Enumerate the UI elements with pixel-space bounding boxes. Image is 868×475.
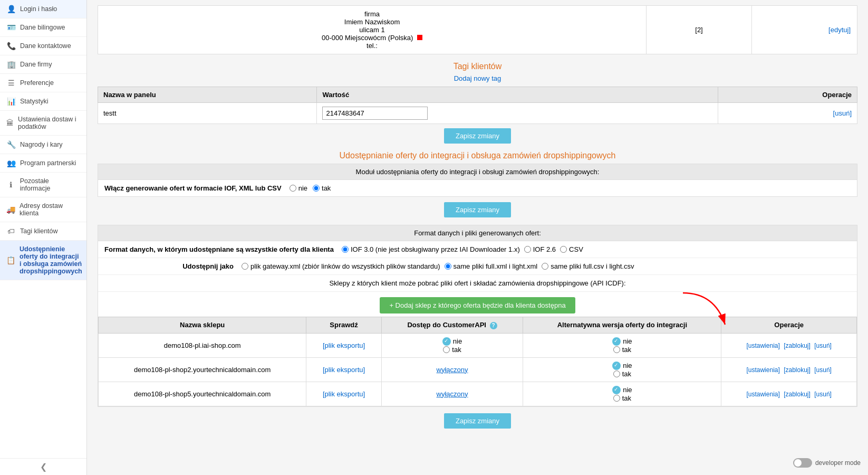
shop-th-check: Sprawdź xyxy=(306,317,381,334)
shop-access-nie-1[interactable]: nie xyxy=(387,337,518,346)
radio-nie-input[interactable] xyxy=(290,185,296,192)
radio-tak-text: tak xyxy=(322,184,331,192)
shop-th-access: Dostęp do CustomerAPI ? xyxy=(381,317,523,334)
tags-save-button[interactable]: Zapisz zmiany xyxy=(444,128,511,144)
shop-alt-tak-input-2[interactable] xyxy=(613,370,620,377)
shop-alt-nie-1[interactable]: nie xyxy=(528,337,716,346)
shop-alt-tak-2[interactable]: tak xyxy=(528,370,716,378)
address-col3: [edytuj] xyxy=(752,6,857,54)
radio-nie-label[interactable]: nie xyxy=(290,184,307,192)
add-shop-row: + Dodaj sklep z którego oferta będzie dl… xyxy=(98,292,857,317)
check-circle-alt-icon-1 xyxy=(612,337,621,346)
shop-block-link-2[interactable]: [zablokuj] xyxy=(784,366,811,374)
shop-access-tak-input-1[interactable] xyxy=(443,346,450,353)
radio-gateway-input[interactable] xyxy=(242,263,248,270)
sidebar-item-login[interactable]: 👤 Login i hasło xyxy=(0,0,86,18)
shop-delete-link-2[interactable]: [usuń] xyxy=(814,366,832,374)
format-data-label: Format danych, w którym udostępniane są … xyxy=(104,245,342,253)
radio-fullcsv-input[interactable] xyxy=(542,263,548,270)
shop-settings-link-2[interactable]: [ustawienia] xyxy=(746,366,779,374)
radio-fullxml-text: same pliki full.xml i light.xml xyxy=(454,262,538,270)
sidebar-item-preferences[interactable]: ☰ Preferencje xyxy=(0,74,86,92)
add-tag-link[interactable]: Dodaj nowy tag xyxy=(454,74,501,82)
sidebar-item-rewards[interactable]: 🔧 Nagrody i kary xyxy=(0,136,86,154)
radio-fullcsv-label[interactable]: same pliki full.csv i light.csv xyxy=(542,262,634,270)
radio-csv-label[interactable]: CSV xyxy=(560,245,583,253)
radio-gateway-label[interactable]: plik gateway.xml (zbiór linków do wszyst… xyxy=(242,262,440,270)
sidebar-item-stats[interactable]: 📊 Statystyki xyxy=(0,92,86,111)
radio-iof26-label[interactable]: IOF 2.6 xyxy=(524,245,556,253)
tag-ops-cell: [usuń] xyxy=(718,103,857,124)
shop-alt-tak-input-1[interactable] xyxy=(613,346,620,353)
radio-csv-input[interactable] xyxy=(560,246,567,253)
billing-icon: 🪪 xyxy=(6,23,16,32)
radio-csv-text: CSV xyxy=(569,245,583,253)
tag-value-input[interactable] xyxy=(322,107,428,120)
radio-iof30-input[interactable] xyxy=(342,246,349,253)
shop-alt-tak-input-3[interactable] xyxy=(613,395,620,402)
sidebar-item-label: Pozostałe informacje xyxy=(20,177,80,192)
tag-name-cell: testt xyxy=(98,103,317,124)
rewards-icon: 🔧 xyxy=(6,140,16,149)
sidebar-item-label: Dane firmy xyxy=(20,61,52,68)
radio-iof30-label[interactable]: IOF 3.0 (nie jest obsługiwany przez IAI … xyxy=(342,245,520,253)
sidebar-item-dropship[interactable]: 📋 Udostępnienie oferty do integracji i o… xyxy=(0,241,86,280)
shop-wylaczony-link-3[interactable]: wyłączony xyxy=(437,390,468,398)
shop-alt-tak-3[interactable]: tak xyxy=(528,394,716,402)
sidebar-item-other[interactable]: ℹ Pozostałe informacje xyxy=(0,173,86,197)
user-icon: 👤 xyxy=(6,5,16,13)
shop-plik-link-1[interactable]: [plik eksportu] xyxy=(323,341,365,349)
format-save-button[interactable]: Zapisz zmiany xyxy=(444,413,511,429)
developer-mode-toggle[interactable] xyxy=(793,458,812,468)
sidebar-item-label: Program partnerski xyxy=(20,159,76,167)
dropship-section-title: Udostępnianie oferty do integracji i obs… xyxy=(98,151,857,160)
shop-delete-link-1[interactable]: [usuń] xyxy=(814,342,832,349)
sidebar-item-label: Tagi klientów xyxy=(20,227,58,235)
shop-settings-link-3[interactable]: [ustawienia] xyxy=(746,391,779,398)
tags-th-value: Wartość xyxy=(317,87,718,103)
tags-section-title: Tagi klientów xyxy=(98,62,857,71)
shop-name-3: demo108-pl-shop5.yourtechnicaldomain.com xyxy=(99,382,306,406)
shop-settings-link-1[interactable]: [ustawienia] xyxy=(746,342,779,349)
module-generate-row: Włącz generowanie ofert w formacie IOF, … xyxy=(98,180,857,196)
shop-alt-nie-2[interactable]: nie xyxy=(528,362,716,370)
sidebar-item-label: Adresy dostaw klienta xyxy=(20,202,80,217)
add-shop-button[interactable]: + Dodaj sklep z którego oferta będzie dl… xyxy=(380,297,575,314)
shop-access-tak-1[interactable]: tak xyxy=(387,346,518,354)
sidebar-item-partner[interactable]: 👥 Program partnerski xyxy=(0,154,86,173)
sidebar-item-tags[interactable]: 🏷 Tagi klientów xyxy=(0,222,86,241)
radio-tak-label[interactable]: tak xyxy=(313,184,331,192)
address-edit-link[interactable]: [edytuj] xyxy=(828,26,851,34)
customer-api-info-icon[interactable]: ? xyxy=(490,322,497,329)
shop-delete-link-3[interactable]: [usuń] xyxy=(814,391,832,398)
shop-check-3: [plik eksportu] xyxy=(306,382,381,406)
tag-delete-link[interactable]: [usuń] xyxy=(833,109,852,117)
shop-alt-nie-3[interactable]: nie xyxy=(528,386,716,394)
shop-alt-tak-label-2: tak xyxy=(622,370,631,378)
radio-fullxml-input[interactable] xyxy=(445,263,451,270)
radio-tak-input[interactable] xyxy=(313,185,320,192)
developer-mode-widget: developer mode xyxy=(793,458,861,468)
address-line-name: Imiem Nazwiskom xyxy=(104,18,640,26)
shop-wylaczony-link-2[interactable]: wyłączony xyxy=(437,366,468,374)
shop-block-link-1[interactable]: [zablokuj] xyxy=(784,342,811,349)
radio-nie-text: nie xyxy=(298,184,307,192)
sidebar-item-contact[interactable]: 📞 Dane kontaktowe xyxy=(0,37,86,55)
shop-plik-link-3[interactable]: [plik eksportu] xyxy=(323,390,365,398)
company-icon: 🏢 xyxy=(6,60,16,69)
sidebar-item-addresses[interactable]: 🚚 Adresy dostaw klienta xyxy=(0,197,86,222)
shop-check-2: [plik eksportu] xyxy=(306,357,381,382)
radio-fullxml-label[interactable]: same pliki full.xml i light.xml xyxy=(445,262,538,270)
module-save-button[interactable]: Zapisz zmiany xyxy=(444,202,511,217)
shop-block-link-3[interactable]: [zablokuj] xyxy=(784,391,811,398)
sidebar-item-billing[interactable]: 🪪 Dane bilingowe xyxy=(0,18,86,37)
sidebar-collapse-button[interactable]: ❮ xyxy=(0,458,86,475)
sidebar-item-delivery[interactable]: 🏛 Ustawienia dostaw i podatków xyxy=(0,111,86,136)
shop-alt-tak-1[interactable]: tak xyxy=(528,346,716,354)
shop-plik-link-2[interactable]: [plik eksportu] xyxy=(323,366,365,374)
share-label: Udostępnij jako xyxy=(104,262,242,270)
radio-iof26-input[interactable] xyxy=(524,246,531,253)
sidebar-item-company[interactable]: 🏢 Dane firmy xyxy=(0,55,86,74)
shop-access-nie-label-1: nie xyxy=(453,337,462,345)
stats-icon: 📊 xyxy=(6,97,16,106)
